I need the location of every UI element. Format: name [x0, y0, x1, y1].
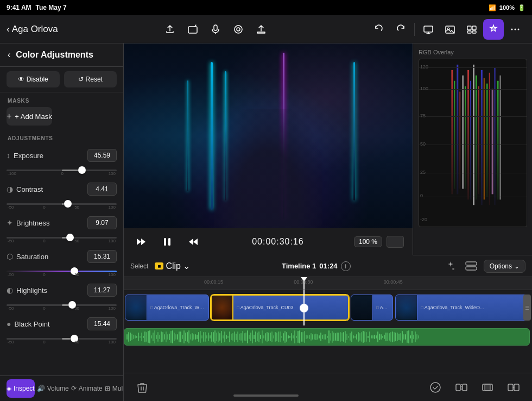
- zoom-view-toggle[interactable]: [387, 236, 404, 248]
- wave-bar: [275, 332, 276, 342]
- delete-button[interactable]: [132, 378, 152, 397]
- stacked-clips-button[interactable]: [463, 258, 479, 274]
- highlights-slider[interactable]: -50 0 50 100: [7, 299, 117, 311]
- clip-3[interactable]: □ A...: [351, 295, 393, 321]
- mic-button[interactable]: [205, 19, 226, 40]
- brightness-slider[interactable]: -50 0 50 100: [7, 231, 117, 243]
- more-button[interactable]: [505, 19, 525, 40]
- fastforward-button[interactable]: [185, 233, 202, 250]
- exposure-value[interactable]: 45.59: [87, 149, 117, 162]
- wave-bar: [304, 331, 305, 343]
- tab-animate[interactable]: ⟳ Animate: [71, 379, 103, 398]
- wave-bar: [281, 336, 282, 339]
- clip-4[interactable]: □ AgaOrlova_Track_WideO...: [395, 295, 530, 321]
- wave-bar: [284, 331, 286, 342]
- wave-bar: [359, 333, 360, 340]
- reset-button[interactable]: ↺ Reset: [64, 71, 117, 87]
- svg-rect-30: [489, 73, 490, 205]
- media-button[interactable]: [461, 19, 482, 40]
- voiceover-button[interactable]: [228, 19, 249, 40]
- clip-1[interactable]: □ AgaOrlova_Track_Wid...: [125, 295, 209, 321]
- tab-volume[interactable]: 🔊 Volume: [37, 379, 69, 398]
- timeline-bottom-toolbar: [124, 373, 532, 401]
- wave-bar: [377, 331, 378, 342]
- timeline-duration: 01:24: [319, 262, 337, 270]
- contrast-slider[interactable]: -50 0 50 100: [7, 198, 117, 210]
- undo-button[interactable]: [369, 19, 389, 40]
- more-icon: [510, 24, 521, 35]
- wave-bar: [188, 330, 189, 343]
- split-button[interactable]: [452, 378, 471, 397]
- volume-icon: 🔊: [37, 385, 45, 392]
- svg-rect-42: [485, 384, 490, 391]
- sparkle-button[interactable]: [442, 258, 459, 274]
- clip-2[interactable]: □ AgaOrlova_Track_CU03: [211, 295, 349, 321]
- svg-point-2: [235, 26, 242, 33]
- timeline-info-button[interactable]: i: [341, 261, 351, 271]
- highlights-value[interactable]: 11.27: [87, 284, 117, 297]
- exposure-slider[interactable]: -100 0 100: [7, 164, 117, 176]
- wave-bar: [416, 334, 417, 340]
- wave-bar: [234, 331, 235, 343]
- back-button[interactable]: ‹ Aga Orlova: [7, 24, 58, 35]
- exposure-adjustment: ↕ Exposure 45.59 -100 0 100: [0, 145, 123, 178]
- add-mask-button[interactable]: + + Add Mask: [7, 107, 52, 126]
- tab-multicam[interactable]: ⊞ Multicam: [105, 379, 124, 398]
- wave-bar: [338, 333, 339, 341]
- saturation-slider[interactable]: -50 0 50 100: [7, 265, 117, 277]
- blackpoint-slider[interactable]: -50 0 50 100: [7, 333, 117, 344]
- wave-bar: [364, 331, 365, 343]
- saturation-adjustment: ⬡ Saturation 15.31 -50 0 50 100: [0, 246, 123, 279]
- disable-button[interactable]: 👁 Disable: [7, 71, 60, 87]
- saturation-label: Saturation: [16, 253, 48, 261]
- redo-button[interactable]: [390, 19, 411, 40]
- svg-rect-14: [164, 238, 166, 246]
- detach-button[interactable]: [504, 378, 523, 397]
- brightness-value[interactable]: 9.07: [87, 216, 117, 229]
- export-button[interactable]: [251, 19, 271, 40]
- wave-bar: [133, 335, 134, 339]
- wave-bar: [376, 335, 377, 339]
- timeline-right-handle[interactable]: [523, 295, 531, 321]
- wave-bar: [395, 333, 396, 341]
- wave-bar: [315, 334, 316, 340]
- blackpoint-value[interactable]: 15.44: [87, 317, 117, 330]
- timeline-name-label: Timeline 1: [282, 262, 316, 270]
- effect-button[interactable]: [483, 19, 504, 40]
- camera-button[interactable]: [182, 19, 203, 40]
- pause-button[interactable]: [159, 233, 176, 250]
- eye-icon: 👁: [18, 76, 24, 83]
- wave-bar: [402, 331, 403, 343]
- wave-bar: [324, 334, 325, 339]
- confirm-button[interactable]: [426, 378, 445, 397]
- clip-4-thumb: [396, 295, 417, 320]
- top-toolbar: ‹ Aga Orlova: [0, 15, 532, 43]
- tab-inspect[interactable]: ◈ Inspect: [7, 379, 35, 398]
- options-button[interactable]: Options ⌄: [484, 260, 525, 273]
- hist-label-neg20: -20: [420, 217, 427, 222]
- clip-selector[interactable]: ■ Clip ⌄: [155, 261, 190, 271]
- svg-rect-31: [492, 89, 493, 195]
- trim-button[interactable]: [478, 378, 497, 397]
- monitor-button[interactable]: [418, 19, 439, 40]
- wifi-icon: 📶: [489, 4, 496, 11]
- panel-back-button[interactable]: ‹: [8, 50, 10, 60]
- svg-rect-16: [451, 70, 453, 195]
- rewind-button[interactable]: [132, 233, 150, 250]
- wave-bar: [374, 335, 375, 340]
- masks-section-label: MASKS: [0, 92, 123, 107]
- track-playhead: [303, 290, 305, 325]
- video-preview: [124, 43, 413, 228]
- saturation-value[interactable]: 15.31: [87, 250, 117, 263]
- wave-bar: [405, 334, 406, 340]
- brightness-icon: ✦: [7, 218, 13, 227]
- share-button[interactable]: [160, 19, 180, 40]
- panel-title: Color Adjustments: [16, 50, 93, 60]
- zoom-level-display[interactable]: 100 %: [354, 236, 382, 247]
- contrast-value[interactable]: 4.41: [87, 183, 117, 196]
- drummer-silhouette: [214, 109, 322, 228]
- audio-clip[interactable]: [124, 328, 530, 346]
- playhead[interactable]: [303, 277, 305, 290]
- photo-button[interactable]: [440, 19, 460, 40]
- wave-bar: [149, 330, 150, 343]
